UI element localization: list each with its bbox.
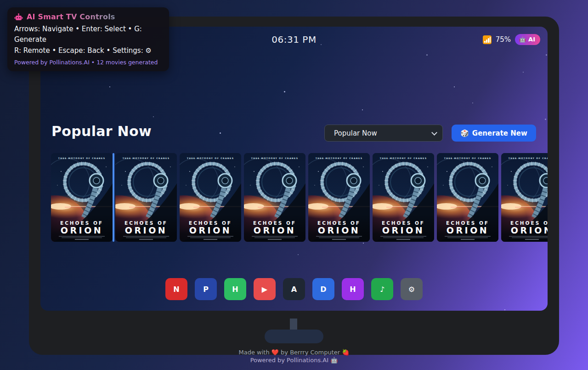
svg-text:ORION: ORION xyxy=(254,225,296,235)
page-title: Popular Now xyxy=(51,123,152,139)
star xyxy=(454,86,455,87)
star xyxy=(472,102,473,103)
star xyxy=(546,54,547,56)
svg-text:ORION: ORION xyxy=(447,225,489,235)
tv-stand-neck xyxy=(290,319,297,331)
star xyxy=(523,72,524,73)
footer-powered-by: Powered by Pollinations.AI 🤖 xyxy=(0,357,588,364)
svg-text:THEE MOTOORY OF CRANES: THEE MOTOORY OF CRANES xyxy=(58,157,106,159)
svg-text:THEE MOTOORY OF CRANES: THEE MOTOORY OF CRANES xyxy=(444,157,492,159)
movie-poster-row: THEE MOTOORY OF CRANES ECHOES OF ORION T… xyxy=(40,153,548,242)
clock: 06:31 PM xyxy=(271,34,316,45)
svg-text:ORION: ORION xyxy=(382,225,424,235)
movie-poster-card[interactable]: THEE MOTOORY OF CRANES ECHOES OF ORION xyxy=(244,153,305,242)
star xyxy=(284,91,285,92)
movie-poster-card[interactable]: THEE MOTOORY OF CRANES ECHOES OF ORION xyxy=(115,153,177,242)
movie-poster-card[interactable]: THEE MOTOORY OF CRANES ECHOES OF ORION xyxy=(180,153,241,242)
svg-text:THEE MOTOORY OF CRANES: THEE MOTOORY OF CRANES xyxy=(509,157,548,159)
svg-text:ORION: ORION xyxy=(189,225,232,235)
svg-text:THEE MOTOORY OF CRANES: THEE MOTOORY OF CRANES xyxy=(187,157,234,159)
controls-tooltip: AI Smart TV Controls Arrows: Navigate • … xyxy=(7,7,169,71)
app-shortcut-row: NPH▶ADH♪⚙ xyxy=(40,278,548,300)
star xyxy=(109,86,110,87)
svg-text:THEE MOTOORY OF CRANES: THEE MOTOORY OF CRANES xyxy=(251,157,299,159)
star xyxy=(298,254,299,255)
poster-art: THEE MOTOORY OF CRANES ECHOES OF ORION xyxy=(244,153,305,242)
movie-poster-card[interactable]: THEE MOTOORY OF CRANES ECHOES OF ORION xyxy=(308,153,370,242)
ai-status-badge: 🤖 AI xyxy=(515,34,540,45)
poster-focus-indicator xyxy=(113,153,114,242)
star xyxy=(545,119,546,120)
svg-text:ORION: ORION xyxy=(511,225,548,235)
robot-icon: 🤖 xyxy=(519,37,526,42)
app-button-disney[interactable]: D xyxy=(312,278,334,300)
generate-button-label: Generate New xyxy=(472,129,527,137)
svg-text:ORION: ORION xyxy=(318,225,360,235)
svg-text:ORION: ORION xyxy=(125,225,167,235)
poster-art: THEE MOTOORY OF CRANES ECHOES OF ORION xyxy=(501,153,548,242)
movie-poster-card[interactable]: THEE MOTOORY OF CRANES ECHOES OF ORION xyxy=(501,153,548,242)
svg-text:THEE MOTOORY OF CRANES: THEE MOTOORY OF CRANES xyxy=(380,157,427,159)
movie-poster-card-selected[interactable]: THEE MOTOORY OF CRANES ECHOES OF ORION xyxy=(51,153,113,242)
tooltip-footer: Powered by Pollinations.AI • 12 movies g… xyxy=(14,59,162,66)
app-button-netflix[interactable]: N xyxy=(165,278,187,300)
app-button-hbo[interactable]: H xyxy=(342,278,364,300)
robot-head-icon xyxy=(14,13,23,21)
star xyxy=(426,54,428,56)
poster-art: THEE MOTOORY OF CRANES ECHOES OF ORION xyxy=(437,153,498,242)
footer-credit: Made with ❤️ by Berrry Computer 🍓 xyxy=(0,349,588,356)
tv-stand-base xyxy=(265,330,323,343)
poster-art: THEE MOTOORY OF CRANES ECHOES OF ORION xyxy=(51,153,113,242)
app-button-apple-tv[interactable]: A xyxy=(283,278,305,300)
app-button-prime[interactable]: P xyxy=(195,278,217,300)
generate-new-button[interactable]: 🎲 Generate New xyxy=(452,125,536,142)
poster-art: THEE MOTOORY OF CRANES ECHOES OF ORION xyxy=(115,153,177,242)
battery-percentage: 75% xyxy=(496,35,511,44)
star xyxy=(363,243,364,244)
app-button-youtube[interactable]: ▶ xyxy=(254,278,276,300)
poster-art: THEE MOTOORY OF CRANES ECHOES OF ORION xyxy=(180,153,241,242)
category-select[interactable]: Popular Now xyxy=(324,125,443,142)
dice-icon: 🎲 xyxy=(460,129,469,137)
star xyxy=(362,109,363,110)
star xyxy=(504,309,505,310)
app-button-settings[interactable]: ⚙ xyxy=(401,278,423,300)
poster-art: THEE MOTOORY OF CRANES ECHOES OF ORION xyxy=(308,153,370,242)
movie-poster-card[interactable]: THEE MOTOORY OF CRANES ECHOES OF ORION xyxy=(373,153,434,242)
app-button-music[interactable]: ♪ xyxy=(371,278,393,300)
star xyxy=(153,116,154,117)
svg-text:THEE MOTOORY OF CRANES: THEE MOTOORY OF CRANES xyxy=(123,157,170,159)
app-button-hulu[interactable]: H xyxy=(224,278,246,300)
tooltip-shortcuts-line2: R: Remote • Escape: Back • Settings: ⚙ xyxy=(14,46,162,56)
tooltip-shortcuts-line1: Arrows: Navigate • Enter: Select • G: Ge… xyxy=(14,24,162,46)
signal-strength-icon xyxy=(483,35,492,44)
star xyxy=(220,132,221,134)
svg-text:THEE MOTOORY OF CRANES: THEE MOTOORY OF CRANES xyxy=(316,157,363,159)
ai-badge-label: AI xyxy=(528,36,535,43)
tooltip-title: AI Smart TV Controls xyxy=(27,12,115,21)
svg-text:ORION: ORION xyxy=(61,225,103,235)
poster-art: THEE MOTOORY OF CRANES ECHOES OF ORION xyxy=(373,153,434,242)
movie-poster-card[interactable]: THEE MOTOORY OF CRANES ECHOES OF ORION xyxy=(437,153,498,242)
category-select-wrap: Popular Now xyxy=(324,125,443,142)
